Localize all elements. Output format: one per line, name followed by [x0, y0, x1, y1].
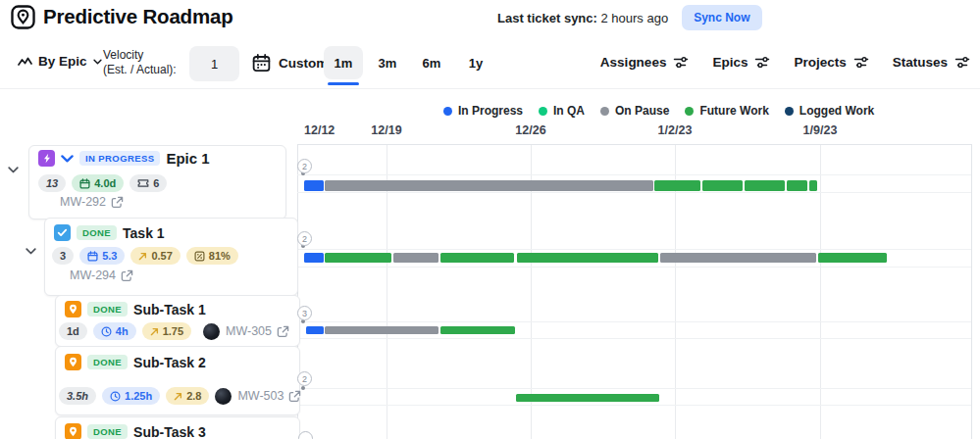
card-title-row: DONESub-Task 2 [65, 354, 206, 370]
tab-range-1m[interactable]: 1m [324, 46, 363, 79]
glyph [42, 153, 52, 164]
gantt-bar-segment-future-work[interactable] [440, 253, 514, 263]
tab-range-6m[interactable]: 6m [412, 46, 451, 79]
legend-dot [539, 107, 547, 116]
filter-icon [754, 56, 770, 69]
task-card-epic-1[interactable]: IN PROGRESSEpic 1134.0d6MW-292 [28, 145, 286, 220]
calendar-icon [87, 251, 98, 262]
gantt-bar-segment-future-work[interactable] [516, 394, 659, 402]
tab-range-3m[interactable]: 3m [368, 46, 407, 79]
gantt-bar-segment-on-pause[interactable] [393, 253, 438, 263]
metric-pill: 1.25h [102, 387, 160, 405]
task-card-sub-task-1[interactable]: DONESub-Task 11d4h1.75MW-305 [55, 295, 300, 347]
gantt-lane-line [297, 388, 971, 389]
status-legend: In ProgressIn QAOn PauseFuture WorkLogge… [443, 104, 874, 118]
metric-pill: 1d [59, 322, 87, 340]
gantt-bar-segment-in-progress[interactable] [306, 326, 324, 334]
gantt-bar-segment-on-pause[interactable] [660, 253, 816, 263]
metric-pill: 6 [129, 174, 167, 192]
gantt-bar-segment-future-work[interactable] [818, 253, 887, 263]
task-title: Sub-Task 3 [133, 424, 206, 439]
ticket-link[interactable]: MW-292 [60, 195, 124, 209]
gantt-lane-line [297, 405, 971, 406]
legend-dot [443, 107, 452, 116]
metric-pill: 5.3 [79, 247, 125, 265]
calendar-picker-icon[interactable] [251, 53, 272, 73]
timeline-gridline [820, 144, 821, 439]
gantt-bar-segment-future-work[interactable] [809, 180, 817, 191]
trend-icon [138, 252, 147, 261]
legend-item-future-work: Future Work [685, 104, 768, 118]
card-link-row: MW-292 [60, 195, 124, 209]
filter-icon [673, 56, 689, 69]
row-ticket-count-badge: 2 [297, 159, 312, 173]
time-range-tabs: 1m3m6m1y [324, 46, 495, 79]
legend-item-in-progress: In Progress [443, 104, 523, 118]
velocity-label: Velocity (Est. / Actual): [103, 48, 177, 77]
gantt-lane-line [297, 321, 971, 322]
velocity-input[interactable] [189, 46, 239, 81]
gantt-lane-line [297, 338, 971, 339]
gantt-bar-segment-future-work[interactable] [325, 253, 391, 263]
card-link-row: MW-294 [70, 268, 133, 282]
ticket-link[interactable]: MW-294 [70, 268, 133, 282]
filter-label: Projects [794, 55, 846, 70]
filter-label: Epics [712, 55, 748, 70]
expand-chevron-task-1[interactable] [26, 248, 36, 255]
gantt-bar-segment-in-progress[interactable] [304, 180, 324, 191]
filter-bar: AssigneesEpicsProjectsStatuses [600, 55, 970, 70]
custom-range-button[interactable]: Custom [279, 56, 328, 71]
task-card-task-1[interactable]: DONETask 135.30.5781%MW-294 [44, 218, 298, 296]
clock-icon [110, 391, 121, 402]
gantt-bar-segment-future-work[interactable] [654, 180, 700, 191]
epic-collapse-chevron-icon[interactable] [61, 155, 74, 163]
task-card-sub-task-3[interactable]: DONESub-Task 3 [55, 416, 300, 439]
tab-range-1y[interactable]: 1y [456, 46, 495, 79]
gantt-bar-segment-on-pause[interactable] [325, 180, 653, 191]
gantt-bar-segment-future-work[interactable] [745, 180, 785, 191]
expand-chevron-epic-1[interactable] [8, 167, 19, 173]
done-checkbox-icon[interactable] [54, 224, 71, 241]
glyph [69, 304, 77, 315]
filter-assignees[interactable]: Assignees [600, 55, 690, 70]
gantt-lane-line [297, 174, 971, 175]
app-logo-map-pin-icon [10, 4, 36, 30]
legend-dot [600, 107, 609, 116]
epic-icon [38, 150, 55, 167]
legend-label: Future Work [699, 104, 768, 118]
group-by-epic-dropdown[interactable]: By Epic [18, 54, 102, 69]
timeline-date-12-26: 12/26 [515, 123, 545, 137]
filter-label: Assignees [600, 55, 667, 70]
gantt-bar-segment-in-progress[interactable] [304, 253, 324, 263]
external-link-icon [121, 269, 133, 282]
gantt-bar-segment-future-work[interactable] [702, 180, 743, 191]
toolbar-divider [0, 88, 980, 89]
metric-pill: 1.75 [142, 322, 191, 340]
legend-dot [785, 107, 794, 116]
filter-icon [954, 56, 970, 69]
legend-dot [685, 107, 694, 116]
metric-pill: 3.5h [59, 387, 96, 405]
row-ticket-count-badge [298, 431, 313, 439]
gantt-bar-segment-future-work[interactable] [517, 253, 658, 263]
sync-now-button[interactable]: Sync Now [682, 5, 761, 30]
task-card-sub-task-2[interactable]: DONESub-Task 23.5h1.25h2.8MW-503 [55, 346, 300, 415]
chart-right-border [971, 144, 972, 439]
filter-epics[interactable]: Epics [712, 55, 770, 70]
card-title-row: DONESub-Task 1 [65, 301, 206, 317]
ticket-link[interactable]: MW-503 [237, 389, 301, 403]
filter-projects[interactable]: Projects [794, 55, 868, 70]
task-title: Sub-Task 2 [133, 355, 206, 370]
gantt-bar-segment-future-work[interactable] [440, 326, 515, 334]
glyph [69, 426, 77, 437]
card-metrics-row: 35.30.5781% [52, 247, 287, 265]
filter-statuses[interactable]: Statuses [893, 55, 970, 70]
last-sync-text: Last ticket sync: 2 hours ago [497, 11, 668, 25]
row-ticket-count-badge: 3 [297, 306, 312, 320]
gantt-bar-segment-on-pause[interactable] [325, 326, 438, 334]
gantt-lane-line [297, 192, 971, 193]
legend-item-logged-work: Logged Work [785, 104, 874, 118]
ticket-link[interactable]: MW-305 [226, 324, 289, 338]
gantt-bar-segment-future-work[interactable] [787, 180, 807, 191]
card-metrics-row: 3.5h1.25h2.8MW-503 [59, 387, 289, 405]
